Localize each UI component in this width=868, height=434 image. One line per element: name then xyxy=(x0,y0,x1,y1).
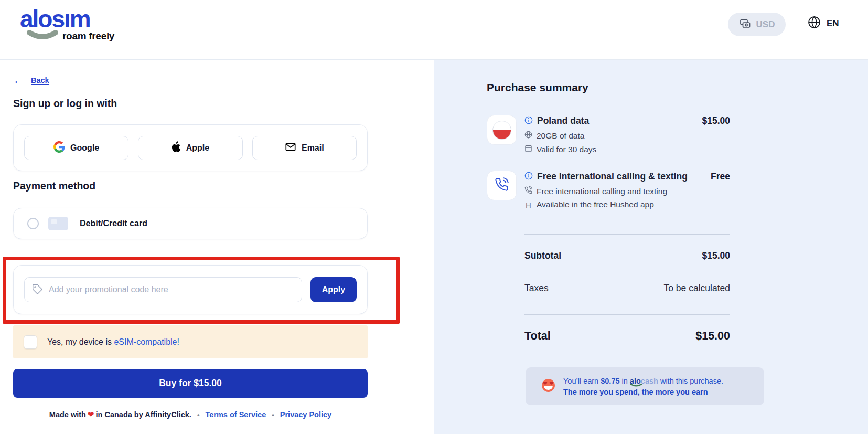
info-icon[interactable] xyxy=(524,116,533,126)
payment-heading: Payment method xyxy=(13,180,95,192)
google-icon xyxy=(53,141,65,155)
logo-wordmark: alosım xyxy=(20,7,114,31)
taxes-value: To be calculated xyxy=(664,283,730,294)
item-title: Poland data xyxy=(537,115,589,126)
alosim-logo[interactable]: alosım roam freely xyxy=(20,7,114,42)
cash-icon xyxy=(739,17,752,32)
item-detail-text: Free international calling and texting xyxy=(537,187,667,196)
earn-pre: You’ll earn xyxy=(563,377,601,385)
header: alosım roam freely USD xyxy=(0,0,868,60)
apple-icon xyxy=(172,141,181,155)
item-detail-text: Valid for 30 days xyxy=(537,145,596,154)
phone-small-icon xyxy=(524,186,532,196)
card-payment-option[interactable]: Debit/Credit card xyxy=(13,208,368,239)
email-label: Email xyxy=(302,143,324,153)
subtotal-value: $15.00 xyxy=(702,250,730,261)
item-title: Free international calling & texting xyxy=(537,171,688,182)
item-detail-text: Available in the free Hushed app xyxy=(537,200,654,209)
total-value: $15.00 xyxy=(695,330,730,343)
buy-button[interactable]: Buy for $15.00 xyxy=(13,369,368,398)
apple-label: Apple xyxy=(186,143,209,153)
currency-label: USD xyxy=(756,19,775,30)
made-in-text: in Canada by AffinityClick. xyxy=(96,410,191,419)
promo-code-input[interactable] xyxy=(24,277,302,302)
footer-bullet: • xyxy=(197,411,200,419)
calling-tile xyxy=(487,171,517,200)
item-price: Free xyxy=(711,171,730,182)
item-detail-text: 20GB of data xyxy=(537,131,584,141)
earn-post: with this purchase. xyxy=(658,377,723,385)
earn-amount: $0.75 xyxy=(601,377,619,385)
phone-call-icon xyxy=(495,177,509,194)
card-payment-label: Debit/Credit card xyxy=(80,219,147,228)
total-label: Total xyxy=(524,330,551,343)
footer-bullet: • xyxy=(272,411,274,419)
taxes-label: Taxes xyxy=(524,283,549,294)
item-price: $15.00 xyxy=(702,115,730,126)
currency-selector[interactable]: USD xyxy=(728,13,786,36)
subtotal-label: Subtotal xyxy=(524,250,561,261)
language-label: EN xyxy=(827,18,839,29)
tag-icon xyxy=(32,284,43,297)
earn-message: You’ll earn $0.75 in alocash with this p… xyxy=(563,377,723,385)
alocash-logo-alo: alo xyxy=(630,377,641,385)
total-row: Total $15.00 xyxy=(524,330,730,343)
apple-login-button[interactable]: Apple xyxy=(138,136,242,160)
divider xyxy=(524,234,730,235)
back-arrow-icon: ← xyxy=(13,75,24,86)
summary-item: Free international calling & texting Fre… xyxy=(524,171,730,182)
heart-eyes-emoji-icon xyxy=(541,378,555,395)
poland-flag-icon xyxy=(492,121,511,140)
esim-text-part: Yes, my device is xyxy=(47,337,114,346)
back-label: Back xyxy=(31,76,49,84)
calendar-icon xyxy=(524,144,532,154)
purchase-summary-title: Purchase summary xyxy=(487,81,588,94)
card-payment-radio[interactable] xyxy=(27,218,39,229)
back-link[interactable]: ← Back xyxy=(13,75,49,86)
checkout-page: alosım roam freely USD xyxy=(0,0,868,434)
globe-small-icon xyxy=(524,131,532,141)
email-icon xyxy=(285,141,296,155)
footer: Made with❤in Canada by AffinityClick.•Te… xyxy=(13,410,368,419)
taxes-row: Taxes To be calculated xyxy=(524,283,730,294)
subtotal-row: Subtotal $15.00 xyxy=(524,250,730,261)
email-login-button[interactable]: Email xyxy=(252,136,357,160)
alocash-logo-cash: cash xyxy=(641,377,658,385)
google-login-button[interactable]: Google xyxy=(24,136,128,160)
esim-compatible-text: Yes, my device is eSIM-compatible! xyxy=(47,337,179,347)
made-with-text: Made with xyxy=(49,410,86,419)
divider xyxy=(524,314,730,315)
privacy-policy-link[interactable]: Privacy Policy xyxy=(280,410,331,419)
item-detail: Free international calling and texting xyxy=(524,186,667,196)
language-selector[interactable]: EN xyxy=(808,16,839,31)
signin-heading: Sign up or log in with xyxy=(13,98,117,110)
summary-item: Poland data $15.00 xyxy=(524,115,730,126)
esim-compatible-link[interactable]: eSIM-compatible! xyxy=(114,337,179,346)
apply-promo-button[interactable]: Apply xyxy=(310,277,357,302)
esim-compatible-row: Yes, my device is eSIM-compatible! xyxy=(13,325,368,358)
info-icon[interactable] xyxy=(524,172,533,182)
poland-flag-tile xyxy=(487,115,517,145)
item-detail: Valid for 30 days xyxy=(524,144,596,154)
login-providers-card: Google Apple Email xyxy=(13,124,368,171)
promo-input-wrap xyxy=(24,277,302,302)
earn-tagline: The more you spend, the more you earn xyxy=(563,388,723,396)
logo-smile-icon xyxy=(27,30,58,42)
heart-icon: ❤ xyxy=(88,410,94,419)
alocash-earn-box: You’ll earn $0.75 in alocash with this p… xyxy=(526,367,764,405)
item-detail: 20GB of data xyxy=(524,131,584,141)
promo-code-card: Apply xyxy=(13,265,368,314)
credit-card-icon xyxy=(48,217,68,230)
terms-of-service-link[interactable]: Terms of Service xyxy=(205,410,266,419)
item-detail: H Available in the free Hushed app xyxy=(524,200,654,209)
hushed-icon: H xyxy=(524,200,532,209)
logo-tagline: roam freely xyxy=(62,30,114,42)
google-label: Google xyxy=(70,143,99,153)
earn-mid: in xyxy=(620,377,630,385)
esim-compatible-checkbox[interactable] xyxy=(24,335,37,349)
globe-icon xyxy=(808,16,821,31)
